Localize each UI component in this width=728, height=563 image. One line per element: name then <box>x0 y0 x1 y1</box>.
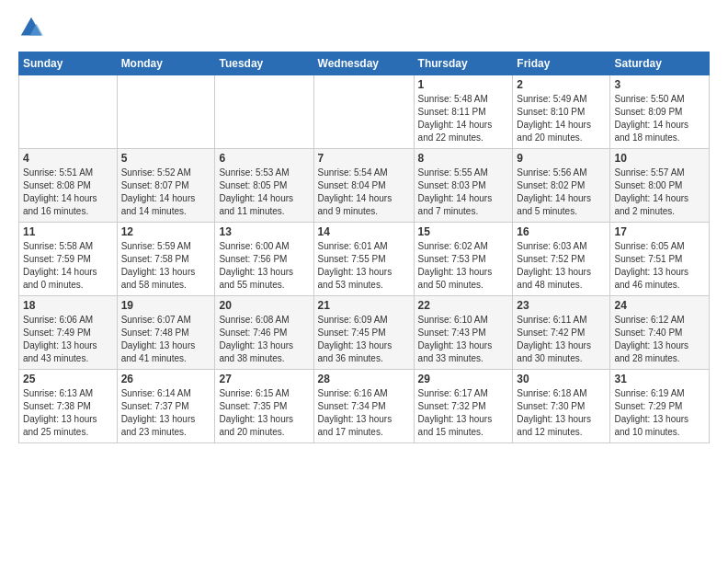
day-number: 7 <box>318 152 410 165</box>
day-number: 12 <box>121 225 211 238</box>
day-number: 5 <box>121 152 211 165</box>
day-info: Sunrise: 6:13 AM Sunset: 7:38 PM Dayligh… <box>23 387 113 439</box>
day-number: 10 <box>614 152 705 165</box>
weekday-header: Monday <box>117 52 215 75</box>
day-info: Sunrise: 6:05 AM Sunset: 7:51 PM Dayligh… <box>614 240 705 292</box>
day-number: 31 <box>614 373 705 385</box>
calendar-cell: 31Sunrise: 6:19 AM Sunset: 7:29 PM Dayli… <box>610 370 710 443</box>
calendar-cell: 19Sunrise: 6:07 AM Sunset: 7:48 PM Dayli… <box>117 296 215 370</box>
calendar-cell: 28Sunrise: 6:16 AM Sunset: 7:34 PM Dayli… <box>313 370 414 443</box>
day-info: Sunrise: 5:55 AM Sunset: 8:03 PM Dayligh… <box>418 167 509 218</box>
day-info: Sunrise: 6:18 AM Sunset: 7:30 PM Dayligh… <box>517 387 606 439</box>
day-info: Sunrise: 6:08 AM Sunset: 7:46 PM Dayligh… <box>219 314 309 365</box>
day-number: 23 <box>517 299 606 312</box>
day-number: 14 <box>318 225 410 238</box>
day-number: 29 <box>418 373 509 385</box>
day-info: Sunrise: 6:00 AM Sunset: 7:56 PM Dayligh… <box>219 240 309 292</box>
day-info: Sunrise: 6:03 AM Sunset: 7:52 PM Dayligh… <box>517 240 606 292</box>
calendar-cell: 23Sunrise: 6:11 AM Sunset: 7:42 PM Dayli… <box>513 296 610 370</box>
calendar-cell: 12Sunrise: 5:59 AM Sunset: 7:58 PM Dayli… <box>117 223 215 296</box>
day-info: Sunrise: 6:06 AM Sunset: 7:49 PM Dayligh… <box>23 314 113 365</box>
day-number: 2 <box>517 78 606 91</box>
header <box>18 15 710 40</box>
day-number: 30 <box>517 373 606 385</box>
day-number: 18 <box>23 299 113 312</box>
calendar-week-row: 4Sunrise: 5:51 AM Sunset: 8:08 PM Daylig… <box>19 149 710 223</box>
day-info: Sunrise: 5:56 AM Sunset: 8:02 PM Dayligh… <box>517 167 606 218</box>
day-info: Sunrise: 5:52 AM Sunset: 8:07 PM Dayligh… <box>121 167 211 218</box>
calendar-cell: 29Sunrise: 6:17 AM Sunset: 7:32 PM Dayli… <box>414 370 513 443</box>
calendar-cell: 1Sunrise: 5:48 AM Sunset: 8:11 PM Daylig… <box>414 75 513 149</box>
calendar-week-row: 18Sunrise: 6:06 AM Sunset: 7:49 PM Dayli… <box>19 296 710 370</box>
day-number: 3 <box>614 78 705 91</box>
day-info: Sunrise: 5:54 AM Sunset: 8:04 PM Dayligh… <box>318 167 410 218</box>
calendar-table: SundayMondayTuesdayWednesdayThursdayFrid… <box>18 52 710 443</box>
day-info: Sunrise: 6:10 AM Sunset: 7:43 PM Dayligh… <box>418 314 509 365</box>
day-number: 24 <box>614 299 705 312</box>
calendar-cell: 8Sunrise: 5:55 AM Sunset: 8:03 PM Daylig… <box>414 149 513 223</box>
calendar-week-row: 11Sunrise: 5:58 AM Sunset: 7:59 PM Dayli… <box>19 223 710 296</box>
day-info: Sunrise: 5:48 AM Sunset: 8:11 PM Dayligh… <box>418 93 509 144</box>
calendar-cell: 24Sunrise: 6:12 AM Sunset: 7:40 PM Dayli… <box>610 296 710 370</box>
day-info: Sunrise: 5:58 AM Sunset: 7:59 PM Dayligh… <box>23 240 113 292</box>
calendar-cell: 6Sunrise: 5:53 AM Sunset: 8:05 PM Daylig… <box>215 149 313 223</box>
day-info: Sunrise: 6:02 AM Sunset: 7:53 PM Dayligh… <box>418 240 509 292</box>
day-info: Sunrise: 6:14 AM Sunset: 7:37 PM Dayligh… <box>121 387 211 439</box>
day-info: Sunrise: 5:53 AM Sunset: 8:05 PM Dayligh… <box>219 167 309 218</box>
weekday-header: Tuesday <box>215 52 313 75</box>
calendar-cell: 16Sunrise: 6:03 AM Sunset: 7:52 PM Dayli… <box>513 223 610 296</box>
day-info: Sunrise: 6:01 AM Sunset: 7:55 PM Dayligh… <box>318 240 410 292</box>
calendar-cell: 17Sunrise: 6:05 AM Sunset: 7:51 PM Dayli… <box>610 223 710 296</box>
day-number: 9 <box>517 152 606 165</box>
day-number: 26 <box>121 373 211 385</box>
calendar-cell: 22Sunrise: 6:10 AM Sunset: 7:43 PM Dayli… <box>414 296 513 370</box>
calendar-cell: 14Sunrise: 6:01 AM Sunset: 7:55 PM Dayli… <box>313 223 414 296</box>
day-number: 4 <box>23 152 113 165</box>
calendar-cell: 10Sunrise: 5:57 AM Sunset: 8:00 PM Dayli… <box>610 149 710 223</box>
day-number: 1 <box>418 78 509 91</box>
day-number: 6 <box>219 152 309 165</box>
calendar-cell: 15Sunrise: 6:02 AM Sunset: 7:53 PM Dayli… <box>414 223 513 296</box>
logo-icon <box>18 15 44 40</box>
day-number: 21 <box>318 299 410 312</box>
day-number: 11 <box>23 225 113 238</box>
logo <box>18 15 46 40</box>
day-info: Sunrise: 5:50 AM Sunset: 8:09 PM Dayligh… <box>614 93 705 144</box>
day-info: Sunrise: 5:59 AM Sunset: 7:58 PM Dayligh… <box>121 240 211 292</box>
day-info: Sunrise: 6:15 AM Sunset: 7:35 PM Dayligh… <box>219 387 309 439</box>
day-number: 16 <box>517 225 606 238</box>
calendar-cell <box>313 75 414 149</box>
calendar-week-row: 25Sunrise: 6:13 AM Sunset: 7:38 PM Dayli… <box>19 370 710 443</box>
calendar-cell: 21Sunrise: 6:09 AM Sunset: 7:45 PM Dayli… <box>313 296 414 370</box>
day-info: Sunrise: 6:07 AM Sunset: 7:48 PM Dayligh… <box>121 314 211 365</box>
day-info: Sunrise: 5:51 AM Sunset: 8:08 PM Dayligh… <box>23 167 113 218</box>
calendar-cell: 2Sunrise: 5:49 AM Sunset: 8:10 PM Daylig… <box>513 75 610 149</box>
weekday-header: Saturday <box>610 52 710 75</box>
day-number: 20 <box>219 299 309 312</box>
day-info: Sunrise: 6:19 AM Sunset: 7:29 PM Dayligh… <box>614 387 705 439</box>
calendar-week-row: 1Sunrise: 5:48 AM Sunset: 8:11 PM Daylig… <box>19 75 710 149</box>
weekday-header-row: SundayMondayTuesdayWednesdayThursdayFrid… <box>19 52 710 75</box>
calendar-cell: 18Sunrise: 6:06 AM Sunset: 7:49 PM Dayli… <box>19 296 118 370</box>
day-number: 8 <box>418 152 509 165</box>
day-info: Sunrise: 6:12 AM Sunset: 7:40 PM Dayligh… <box>614 314 705 365</box>
calendar-cell: 13Sunrise: 6:00 AM Sunset: 7:56 PM Dayli… <box>215 223 313 296</box>
calendar-cell: 26Sunrise: 6:14 AM Sunset: 7:37 PM Dayli… <box>117 370 215 443</box>
weekday-header: Friday <box>513 52 610 75</box>
day-number: 25 <box>23 373 113 385</box>
calendar-cell: 9Sunrise: 5:56 AM Sunset: 8:02 PM Daylig… <box>513 149 610 223</box>
day-info: Sunrise: 5:49 AM Sunset: 8:10 PM Dayligh… <box>517 93 606 144</box>
day-number: 28 <box>318 373 410 385</box>
calendar-cell: 5Sunrise: 5:52 AM Sunset: 8:07 PM Daylig… <box>117 149 215 223</box>
calendar-cell: 27Sunrise: 6:15 AM Sunset: 7:35 PM Dayli… <box>215 370 313 443</box>
day-number: 15 <box>418 225 509 238</box>
day-number: 22 <box>418 299 509 312</box>
page-container: SundayMondayTuesdayWednesdayThursdayFrid… <box>0 0 728 453</box>
day-number: 27 <box>219 373 309 385</box>
calendar-cell: 25Sunrise: 6:13 AM Sunset: 7:38 PM Dayli… <box>19 370 118 443</box>
day-info: Sunrise: 5:57 AM Sunset: 8:00 PM Dayligh… <box>614 167 705 218</box>
calendar-cell <box>19 75 118 149</box>
calendar-cell <box>117 75 215 149</box>
day-number: 19 <box>121 299 211 312</box>
day-info: Sunrise: 6:11 AM Sunset: 7:42 PM Dayligh… <box>517 314 606 365</box>
